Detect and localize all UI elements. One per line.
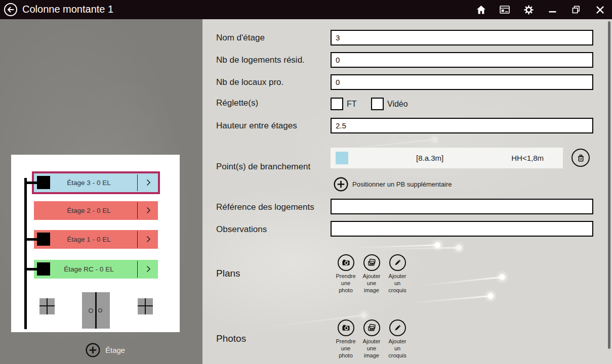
chevron-right-icon[interactable] xyxy=(146,236,151,245)
pencil-icon xyxy=(389,320,406,336)
label-nb-logements: Nb de logements résid. xyxy=(216,52,305,68)
media-button-label: Prendre une photo xyxy=(334,338,357,359)
building-diagram: Étage 3 - 0 EL Étage 2 - 0 EL Étage 1 - … xyxy=(11,155,180,332)
media-button-label: Prendre une photo xyxy=(334,272,357,294)
floor-label: Étage RC - 0 EL xyxy=(34,265,158,273)
titlebar: Colonne montante 1 xyxy=(0,0,612,19)
label-plans: Plans xyxy=(216,265,240,282)
label-nb-locaux: Nb de locaux pro. xyxy=(216,74,283,90)
checkbox-ft-label: FT xyxy=(347,98,357,110)
window-icon xyxy=(39,298,55,314)
label-hauteur: Hauteur entre étages xyxy=(216,118,297,133)
input-nb-locaux[interactable] xyxy=(331,74,593,90)
images-icon xyxy=(363,320,380,336)
floor-row-etage-1[interactable]: Étage 1 - 0 EL xyxy=(34,230,158,249)
restore-button[interactable] xyxy=(571,5,581,15)
input-nb-logements[interactable] xyxy=(331,52,593,68)
home-button[interactable] xyxy=(476,5,486,15)
row-divider xyxy=(137,174,138,191)
minimize-icon xyxy=(549,5,556,14)
plus-icon xyxy=(334,177,348,192)
chevron-right-icon[interactable] xyxy=(146,207,151,216)
input-reference[interactable] xyxy=(331,199,593,214)
label-nom-etage: Nom d'étage xyxy=(216,30,265,46)
row-divider xyxy=(137,261,138,278)
images-icon xyxy=(363,254,380,271)
checkbox-video[interactable] xyxy=(371,98,384,110)
input-hauteur[interactable] xyxy=(331,118,593,133)
tap-connector-etage-rc xyxy=(37,262,50,276)
checkbox-video-label: Vidéo xyxy=(387,98,408,110)
scrollbar-thumb[interactable] xyxy=(608,21,610,349)
label-reglettes: Réglette(s) xyxy=(216,97,258,109)
label-observations: Observations xyxy=(216,221,267,237)
pb-color-swatch xyxy=(336,152,348,164)
floor-row-etage-rc[interactable]: Étage RC - 0 EL xyxy=(34,260,158,279)
riser-column-line xyxy=(24,178,27,329)
close-button[interactable] xyxy=(595,5,605,15)
photos-take-photo-button[interactable]: Prendre une photo xyxy=(333,320,359,359)
tap-connector-etage-3 xyxy=(37,176,50,189)
door-knob xyxy=(98,308,102,312)
photos-add-sketch-button[interactable]: Ajouter un croquis xyxy=(384,320,411,359)
media-button-label: Ajouter un croquis xyxy=(386,338,409,359)
pencil-icon xyxy=(389,254,406,271)
chevron-right-icon[interactable] xyxy=(146,179,151,188)
add-floor-button[interactable]: Étage xyxy=(86,343,125,357)
back-button[interactable] xyxy=(4,3,18,17)
add-pb-button[interactable]: Positionner un PB supplémentaire xyxy=(334,177,452,192)
plans-take-photo-button[interactable]: Prendre une photo xyxy=(333,254,359,294)
plus-icon xyxy=(86,343,100,357)
photos-add-image-button[interactable]: Ajouter une image xyxy=(358,320,385,359)
home-icon xyxy=(476,5,486,15)
tap-connector-line xyxy=(24,268,38,270)
trash-icon xyxy=(577,154,585,162)
forms-card-icon xyxy=(500,6,510,14)
media-button-label: Ajouter une image xyxy=(360,272,383,294)
input-observations[interactable] xyxy=(331,221,593,237)
chevron-right-icon[interactable] xyxy=(146,265,151,275)
forms-button[interactable] xyxy=(500,5,510,15)
door-icon xyxy=(82,292,110,329)
back-arrow-icon xyxy=(4,3,18,17)
floor-row-etage-3[interactable]: Étage 3 - 0 EL xyxy=(34,173,158,192)
minimize-button[interactable] xyxy=(547,5,557,15)
fiber-streak xyxy=(354,244,438,249)
input-nom-etage[interactable] xyxy=(331,30,593,46)
camera-icon xyxy=(338,320,354,336)
floor-label: Étage 2 - 0 EL xyxy=(34,207,158,214)
fiber-streak xyxy=(377,247,459,250)
fiber-streak xyxy=(409,295,491,304)
background-swirl xyxy=(278,80,582,211)
gear-icon xyxy=(524,5,534,15)
media-button-label: Ajouter un croquis xyxy=(386,272,409,294)
settings-button[interactable] xyxy=(523,5,534,15)
add-pb-label: Positionner un PB supplémentaire xyxy=(352,180,452,188)
plans-add-sketch-button[interactable]: Ajouter un croquis xyxy=(384,254,411,294)
label-photos: Photos xyxy=(216,331,246,347)
tap-connector-line xyxy=(24,238,38,241)
checkbox-ft[interactable] xyxy=(331,98,343,110)
camera-icon xyxy=(338,254,354,271)
label-pb: Point(s) de branchement xyxy=(216,159,310,174)
plans-add-image-button[interactable]: Ajouter une image xyxy=(358,254,385,294)
pb-list-item[interactable]: [8.a.3m] HH<1,8m xyxy=(331,148,563,168)
door-knob xyxy=(89,308,93,313)
row-divider xyxy=(137,231,138,248)
pb-note: HH<1,8m xyxy=(511,154,544,162)
floor-label: Étage 3 - 0 EL xyxy=(34,179,158,187)
row-divider xyxy=(137,202,138,219)
floors-panel: Étage 3 - 0 EL Étage 2 - 0 EL Étage 1 - … xyxy=(0,19,202,364)
floor-row-etage-2[interactable]: Étage 2 - 0 EL xyxy=(34,201,158,220)
page-title: Colonne montante 1 xyxy=(22,0,113,19)
window-icon xyxy=(138,298,153,314)
delete-pb-button[interactable] xyxy=(572,149,590,167)
titlebar-actions xyxy=(476,0,605,19)
close-icon xyxy=(596,6,604,14)
label-reference: Référence des logements xyxy=(216,199,314,215)
tap-connector-line xyxy=(24,181,38,184)
floor-label: Étage 1 - 0 EL xyxy=(34,236,158,243)
pb-code: [8.a.3m] xyxy=(348,154,511,162)
tap-connector-etage-1 xyxy=(37,233,50,246)
floor-form-panel: Nom d'étage Nb de logements résid. Nb de… xyxy=(202,19,612,364)
